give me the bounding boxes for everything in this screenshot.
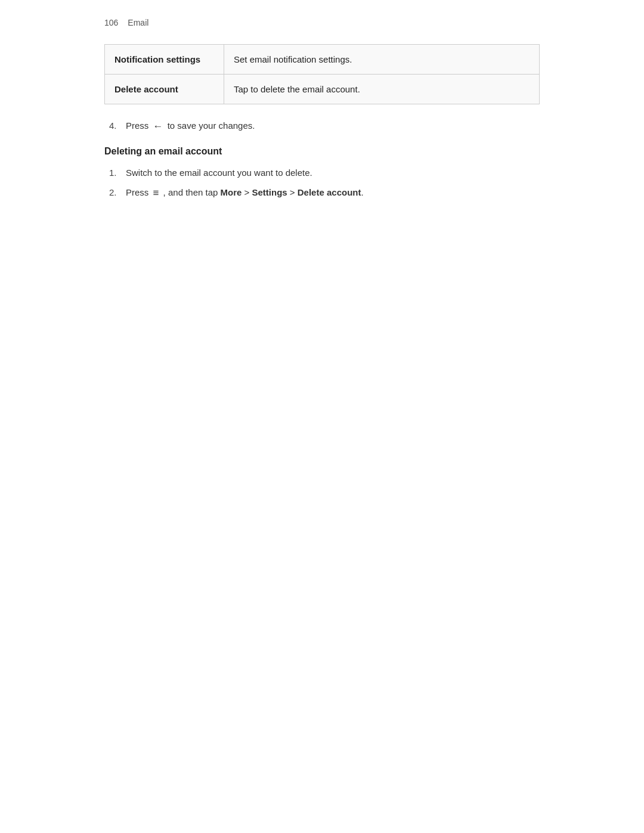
delete-step-2-and-then: , and then tap: [163, 187, 221, 197]
delete-step-2: 2. Press ≡ , and then tap More > Setting…: [109, 185, 540, 201]
table-cell-desc-notification: Set email notification settings.: [224, 45, 539, 74]
page-number: 106: [104, 18, 118, 27]
settings-table: Notification settings Set email notifica…: [104, 44, 540, 104]
page-container: 106 Email Notification settings Set emai…: [0, 0, 644, 231]
table-cell-label-delete: Delete account: [105, 75, 224, 104]
delete-step-1-number: 1.: [109, 168, 126, 178]
table-cell-desc-delete: Tap to delete the email account.: [224, 75, 539, 104]
delete-step-2-delete-account: Delete account: [298, 187, 361, 197]
delete-step-2-number: 2.: [109, 187, 126, 197]
step-4-after-text: to save your changes.: [168, 120, 255, 131]
menu-icon: ≡: [153, 185, 159, 201]
back-arrow-icon: ←: [153, 119, 163, 134]
delete-step-1: 1. Switch to the email account you want …: [109, 166, 540, 180]
step-4-text: Press ← to save your changes.: [126, 119, 255, 134]
step-4-number: 4.: [109, 120, 126, 131]
delete-step-2-more: More: [221, 187, 242, 197]
page-header: 106 Email: [104, 18, 540, 27]
delete-step-2-settings: Settings: [252, 187, 287, 197]
delete-step-2-press: Press: [126, 187, 148, 197]
deleting-section-heading: Deleting an email account: [104, 146, 540, 157]
table-row: Delete account Tap to delete the email a…: [105, 75, 539, 104]
step-4-press-label: Press: [126, 120, 148, 131]
delete-step-2-arrow2: >: [290, 187, 298, 197]
delete-step-2-text: Press ≡ , and then tap More > Settings >…: [126, 185, 364, 201]
section-title: Email: [128, 18, 148, 27]
table-cell-label-notification: Notification settings: [105, 45, 224, 74]
delete-step-2-arrow1: >: [244, 187, 252, 197]
step-4: 4. Press ← to save your changes.: [109, 119, 540, 134]
delete-step-2-period: .: [361, 187, 363, 197]
table-row: Notification settings Set email notifica…: [105, 45, 539, 75]
delete-step-1-text: Switch to the email account you want to …: [126, 166, 312, 180]
